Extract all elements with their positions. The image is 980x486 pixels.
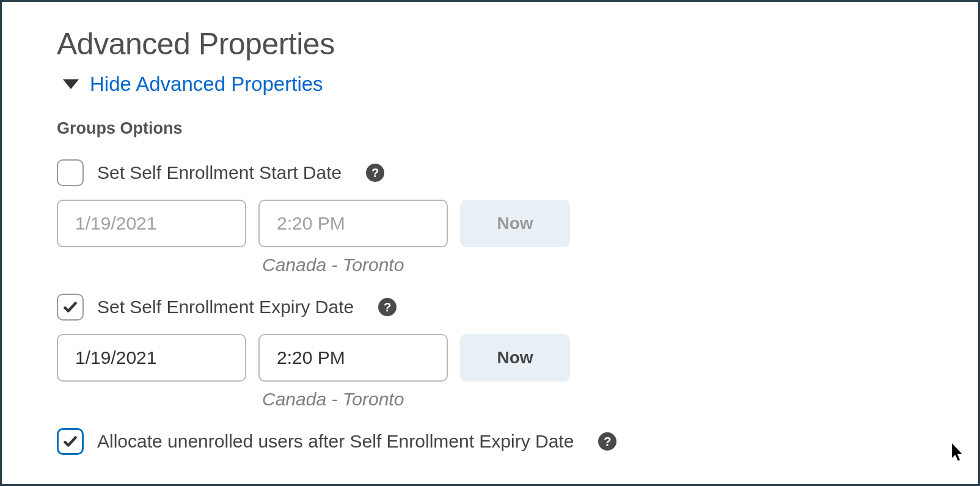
toggle-advanced-link[interactable]: Hide Advanced Properties (90, 73, 323, 96)
start-date-block: Set Self Enrollment Start Date ? Canada … (57, 159, 923, 275)
caret-down-icon (63, 79, 79, 89)
checkmark-icon (62, 433, 78, 449)
expiry-date-datetime-row: Canada - Toronto Now (57, 334, 923, 410)
allocate-checkbox-label: Allocate unenrolled users after Self Enr… (97, 431, 574, 452)
start-date-checkbox[interactable] (57, 159, 84, 186)
expiry-date-checkbox-label: Set Self Enrollment Expiry Date (97, 297, 354, 317)
expiry-now-button[interactable]: Now (460, 334, 570, 382)
start-date-datetime-row: Canada - Toronto Now (57, 200, 923, 275)
groups-options-label: Groups Options (57, 119, 923, 138)
expiry-time-input[interactable] (258, 334, 448, 382)
expiry-timezone-label: Canada - Toronto (258, 389, 448, 410)
start-time-input[interactable] (258, 200, 448, 247)
start-timezone-label: Canada - Toronto (258, 255, 448, 275)
expiry-date-block: Set Self Enrollment Expiry Date ? Canada… (57, 294, 923, 410)
page-title: Advanced Properties (57, 26, 923, 62)
expiry-date-checkbox[interactable] (57, 294, 84, 321)
help-icon[interactable]: ? (366, 164, 384, 182)
start-now-button[interactable]: Now (460, 200, 570, 247)
allocate-checkbox-row: Allocate unenrolled users after Self Enr… (57, 428, 923, 455)
expiry-date-input[interactable] (57, 334, 246, 382)
expiry-date-checkbox-row: Set Self Enrollment Expiry Date ? (57, 294, 923, 321)
main-frame: Advanced Properties Hide Advanced Proper… (0, 0, 980, 486)
allocate-checkbox[interactable] (57, 428, 84, 455)
toggle-advanced-properties[interactable]: Hide Advanced Properties (63, 73, 923, 96)
start-date-input[interactable] (57, 200, 246, 247)
help-icon[interactable]: ? (598, 432, 616, 451)
help-icon[interactable]: ? (378, 298, 397, 316)
checkmark-icon (62, 299, 78, 315)
start-date-checkbox-label: Set Self Enrollment Start Date (97, 162, 342, 183)
cursor-icon (952, 443, 965, 462)
start-date-checkbox-row: Set Self Enrollment Start Date ? (57, 159, 923, 186)
